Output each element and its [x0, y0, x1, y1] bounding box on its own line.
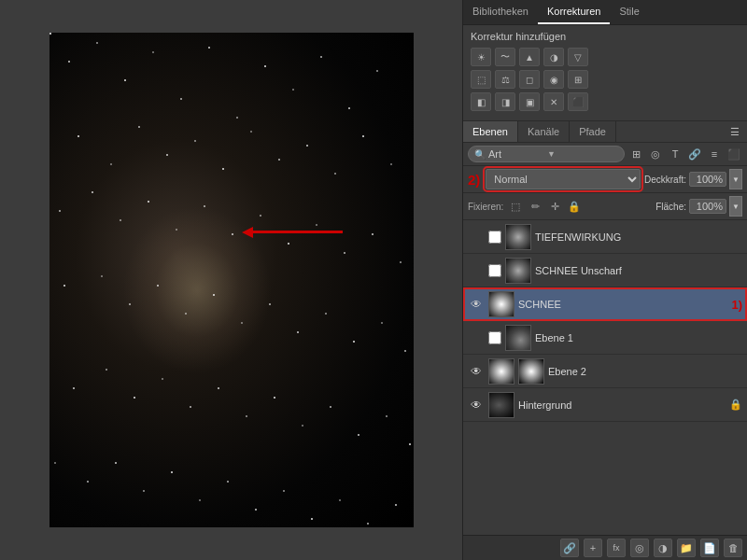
search-box[interactable]: 🔍 ▼ — [468, 146, 625, 162]
tab-ebenen[interactable]: Ebenen — [463, 121, 518, 142]
layer-item-ebene2[interactable]: 👁 Ebene 2 — [463, 355, 747, 388]
canvas-area — [0, 0, 462, 560]
fixieren-move-icon[interactable]: ✛ — [547, 199, 562, 214]
folder-icon[interactable]: 📁 — [677, 539, 696, 557]
annotation-arrow — [249, 231, 343, 233]
eye-icon-hintergrund[interactable]: 👁 — [468, 397, 485, 413]
icon-row-1: ☀ 〜 ▲ ◑ ▽ — [471, 48, 740, 66]
layer-name-ebene1: Ebene 1 — [535, 332, 742, 343]
invert-icon[interactable]: ⬛ — [568, 92, 588, 111]
selective-icon[interactable]: ✕ — [543, 92, 564, 111]
photo-filter-icon[interactable]: ◉ — [543, 70, 564, 89]
layer-item-ebene1[interactable]: 👁 Ebene 1 — [463, 321, 747, 355]
eye-icon-schnee[interactable]: 👁 — [468, 296, 485, 313]
layer-item-tiefenwirkung[interactable]: 👁 TIEFENWIRKUNG — [463, 220, 747, 254]
eye-icon-schnee-unscharf[interactable]: 👁 — [468, 262, 485, 279]
layer-options-icon[interactable]: ⬛ — [726, 146, 742, 162]
image-canvas — [49, 33, 414, 527]
thumb-schnee-unscharf — [505, 258, 531, 284]
balance-icon[interactable]: ⚖ — [495, 70, 515, 89]
checkbox-tiefenwirkung[interactable] — [488, 231, 501, 244]
layer-name-hintergrund: Hintergrund — [518, 399, 726, 411]
layer-toolbar: 🔍 ▼ ⊞ ◎ T 🔗 ≡ ⬛ — [463, 143, 747, 166]
layer-name-tiefenwirkung: TIEFENWIRKUNG — [535, 231, 742, 243]
mask-icon[interactable]: ◎ — [630, 539, 649, 557]
annotation-label-1: 1) — [731, 298, 742, 312]
panel: Bibliotheken Korrekturen Stile Korrektur… — [462, 0, 747, 560]
korrekturen-section: Korrektur hinzufügen ☀ 〜 ▲ ◑ ▽ ⬚ ⚖ ◻ ◉ ⊞… — [463, 25, 747, 121]
eye-icon-ebene2[interactable]: 👁 — [468, 363, 485, 380]
layer-tabs: Ebenen Kanäle Pfade ☰ — [463, 121, 747, 143]
new-layer-icon[interactable]: 📄 — [700, 539, 719, 557]
curves-icon[interactable]: 〜 — [495, 48, 515, 66]
opacity-label: Deckkraft: — [644, 175, 686, 185]
search-input[interactable] — [488, 148, 544, 160]
thumb-ebene1 — [505, 325, 531, 351]
hsl-icon[interactable]: ⬚ — [471, 70, 491, 89]
brightness-icon[interactable]: ☀ — [471, 48, 491, 66]
link-icon[interactable]: 🔗 — [560, 539, 579, 557]
layer-item-schnee-unscharf[interactable]: 👁 SCHNEE Unscharf — [463, 254, 747, 287]
panel-bottom: 🔗 + fx ◎ ◑ 📁 📄 🗑 — [463, 535, 747, 560]
layer-item-schnee[interactable]: 👁 SCHNEE 1) — [463, 287, 747, 321]
fixieren-lock-icon[interactable]: 🔒 — [567, 199, 582, 214]
levels-icon[interactable]: ▲ — [519, 48, 540, 66]
layer-name-schnee: SCHNEE — [518, 299, 724, 310]
stars — [49, 33, 51, 35]
icon-row-3: ◧ ◨ ▣ ✕ ⬛ — [471, 92, 740, 111]
thumb-hintergrund — [488, 392, 514, 418]
blend-row: 2) Normal Auflösen Abdunkeln Multiplizie… — [463, 166, 747, 193]
layer-name-schnee-unscharf: SCHNEE Unscharf — [535, 265, 742, 276]
layer-link-icon[interactable]: 🔗 — [686, 146, 703, 162]
checkbox-schnee-unscharf[interactable] — [488, 264, 501, 277]
opacity-row: Deckkraft: ▼ — [644, 169, 742, 189]
exposure-icon[interactable]: ◑ — [543, 48, 564, 66]
fixieren-label: Fixieren: — [468, 202, 503, 212]
blend-mode-select[interactable]: Normal Auflösen Abdunkeln Multiplizieren… — [486, 169, 641, 189]
search-icon: 🔍 — [474, 149, 486, 160]
tab-pfade[interactable]: Pfade — [570, 121, 616, 142]
layer-item-hintergrund[interactable]: 👁 Hintergrund 🔒 — [463, 388, 747, 422]
search-dropdown-icon[interactable]: ▼ — [547, 149, 556, 159]
flaeche-arrow[interactable]: ▼ — [729, 196, 742, 217]
layer-list: 👁 TIEFENWIRKUNG 👁 SCHNEE Unscharf 👁 — [463, 220, 747, 535]
vibrance-icon[interactable]: ▽ — [568, 48, 588, 66]
fixieren-transparent-icon[interactable]: ⬚ — [508, 199, 523, 214]
lock-icon-hintergrund: 🔒 — [729, 399, 742, 411]
threshold-icon[interactable]: ◨ — [495, 92, 515, 111]
fx-icon[interactable]: fx — [607, 539, 626, 557]
thumb-schnee — [488, 291, 514, 317]
posterize-icon[interactable]: ◧ — [471, 92, 491, 111]
tab-korrekturen[interactable]: Korrekturen — [538, 0, 610, 24]
adjustment-icon[interactable]: ◑ — [654, 539, 672, 557]
layer-name-ebene2: Ebene 2 — [548, 366, 742, 377]
delete-icon[interactable]: 🗑 — [724, 539, 742, 557]
layer-thumbnail-icon[interactable]: ⊞ — [627, 146, 644, 162]
layer-mask-icon[interactable]: ◎ — [647, 146, 664, 162]
layer-type-icon[interactable]: T — [667, 146, 684, 162]
eye-icon-tiefenwirkung[interactable]: 👁 — [468, 229, 485, 245]
eye-icon-ebene1[interactable]: 👁 — [468, 329, 485, 346]
fixieren-brush-icon[interactable]: ✏ — [528, 199, 543, 214]
layer-filter-icon[interactable]: ≡ — [706, 146, 723, 162]
flaeche-label: Fläche: — [655, 202, 686, 212]
flaeche-section: Fläche: ▼ — [655, 196, 742, 217]
panel-menu-icon[interactable]: ☰ — [726, 123, 743, 140]
gradient-icon[interactable]: ▣ — [519, 92, 540, 111]
tab-bibliotheken[interactable]: Bibliotheken — [463, 0, 538, 24]
korrekturen-title: Korrektur hinzufügen — [471, 31, 740, 42]
tab-kanaele[interactable]: Kanäle — [518, 121, 570, 142]
fixieren-row: Fixieren: ⬚ ✏ ✛ 🔒 Fläche: ▼ — [463, 193, 747, 220]
icon-row-2: ⬚ ⚖ ◻ ◉ ⊞ — [471, 70, 740, 89]
annotation-label-2: 2) — [468, 172, 480, 188]
bw-icon[interactable]: ◻ — [519, 70, 540, 89]
checkbox-ebene1[interactable] — [488, 331, 501, 344]
add-layer-icon[interactable]: + — [584, 539, 602, 557]
opacity-arrow[interactable]: ▼ — [729, 169, 742, 189]
mixer-icon[interactable]: ⊞ — [568, 70, 588, 89]
flaeche-input[interactable] — [689, 199, 726, 214]
top-tabs: Bibliotheken Korrekturen Stile — [463, 0, 747, 25]
opacity-input[interactable] — [689, 172, 726, 187]
tab-stile[interactable]: Stile — [610, 0, 648, 24]
thumb-mask-ebene2 — [518, 358, 544, 385]
